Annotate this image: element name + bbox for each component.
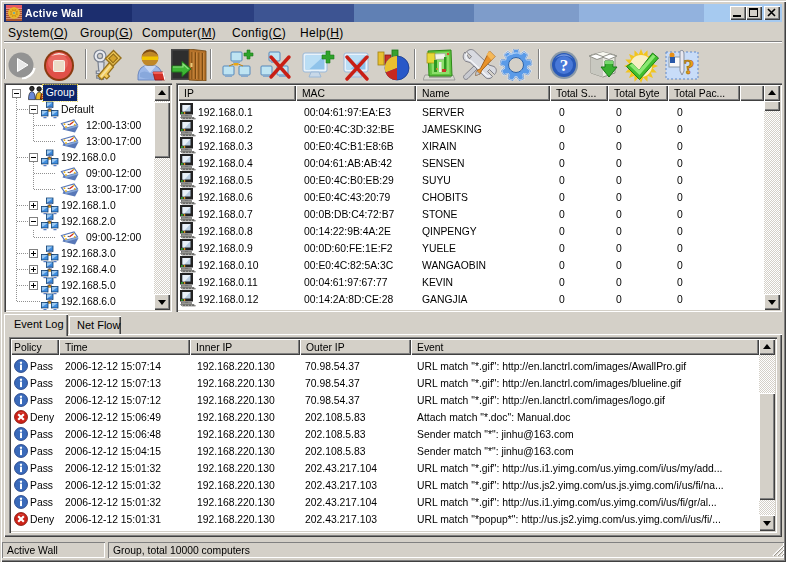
- svg-text:?: ?: [684, 54, 695, 79]
- svg-text:?: ?: [560, 56, 569, 75]
